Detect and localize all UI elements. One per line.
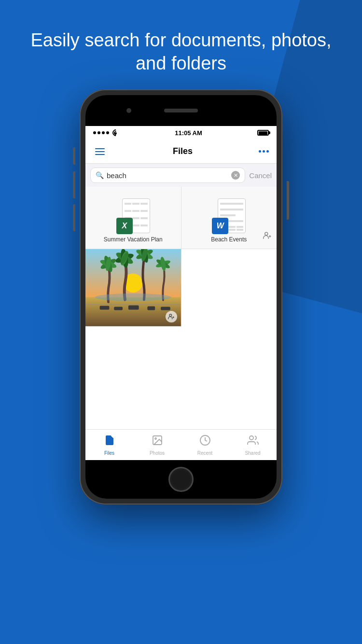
list-item[interactable]: W Beach Events — [181, 187, 277, 249]
search-cancel-button[interactable]: Cancel — [249, 171, 272, 180]
search-icon: 🔍 — [96, 171, 104, 179]
photos-icon — [152, 434, 163, 449]
word-file-icon: W — [212, 195, 246, 234]
tab-files-label: Files — [104, 450, 114, 456]
shared-icon — [263, 231, 272, 242]
list-item[interactable] — [85, 249, 181, 326]
excel-file-icon: X — [116, 195, 150, 234]
svg-point-28 — [95, 294, 171, 301]
home-button[interactable] — [168, 467, 194, 492]
bottom-navigation: Files Photos — [85, 429, 277, 460]
recent-icon — [199, 434, 211, 449]
tab-photos-label: Photos — [150, 450, 165, 456]
tab-files[interactable]: Files — [85, 431, 133, 460]
empty-content-area — [85, 326, 277, 429]
beach-photo — [85, 249, 181, 326]
headline: Easily search for documents, photos, and… — [0, 0, 362, 89]
tab-recent[interactable]: Recent — [181, 431, 229, 460]
svg-point-0 — [265, 232, 268, 235]
wifi-icon — [112, 130, 120, 136]
status-bar: 11:05 AM — [85, 126, 277, 140]
status-time: 11:05 AM — [120, 129, 257, 137]
tab-shared-label: Shared — [245, 450, 260, 456]
hamburger-menu-button[interactable] — [93, 146, 107, 157]
tab-recent-label: Recent — [197, 450, 213, 456]
list-item[interactable]: X Summer Vacation Plan — [85, 187, 181, 249]
front-camera — [126, 108, 131, 113]
svg-point-33 — [155, 438, 156, 439]
tab-shared[interactable]: Shared — [229, 431, 277, 460]
svg-rect-9 — [147, 307, 155, 310]
phone-bottom-bar — [85, 460, 277, 499]
svg-rect-5 — [85, 297, 181, 326]
svg-rect-8 — [128, 306, 139, 310]
app-screen: 11:05 AM Files — [85, 126, 277, 460]
svg-point-35 — [250, 436, 253, 440]
tab-photos[interactable]: Photos — [133, 431, 181, 460]
search-input[interactable]: beach — [107, 171, 228, 180]
results-grid: X Summer Vacation Plan — [85, 187, 277, 326]
phone-speaker — [164, 109, 198, 112]
nav-title: Files — [107, 146, 259, 156]
files-icon — [104, 434, 115, 449]
word-badge: W — [212, 218, 228, 234]
svg-rect-10 — [161, 307, 170, 310]
shared-nav-icon — [247, 434, 259, 449]
empty-cell — [181, 249, 277, 326]
phone-top-bar — [85, 95, 277, 126]
svg-point-29 — [169, 314, 171, 317]
battery-indicator — [257, 130, 269, 136]
svg-rect-7 — [114, 307, 123, 310]
search-clear-button[interactable]: ✕ — [231, 171, 240, 180]
search-input-wrap[interactable]: 🔍 beach ✕ — [90, 168, 245, 183]
search-bar-container: 🔍 beach ✕ Cancel — [85, 164, 277, 187]
signal-indicator — [93, 131, 109, 134]
more-options-button[interactable] — [259, 150, 269, 153]
file-name-label: Beach Events — [211, 236, 247, 243]
svg-rect-6 — [100, 306, 110, 310]
phone-frame: 11:05 AM Files — [80, 89, 282, 504]
photo-shared-icon — [166, 311, 177, 322]
navigation-bar: Files — [85, 140, 277, 164]
file-name-label: Summer Vacation Plan — [104, 236, 163, 243]
excel-badge: X — [116, 218, 133, 234]
